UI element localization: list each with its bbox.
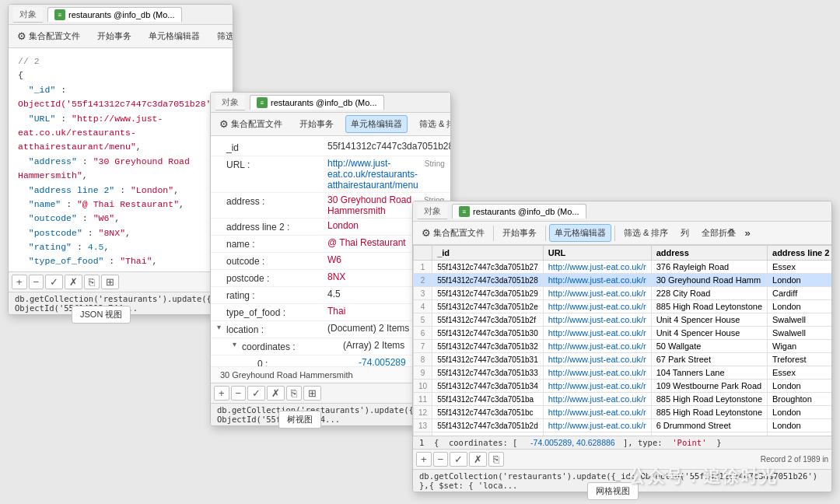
data-grid: _id URL address address line 2 location … (413, 245, 831, 436)
txn-btn-1[interactable]: 开始事务 (92, 27, 137, 45)
row-num: 10 (414, 380, 432, 393)
expand-btn-2[interactable]: ⊞ (303, 386, 321, 401)
cell-id: 55f14312c7447c3da7051b2e (432, 300, 544, 313)
tab-restaurants-3[interactable]: ≡ restaurants @info_db (Mo... (452, 204, 586, 219)
table-row[interactable]: 12 55f14312c7447c3da7051bc http://www.ju… (414, 406, 832, 419)
cell-url: http://www.just-eat.co.uk/r (543, 366, 651, 380)
table-row[interactable]: 11 55f14312c7447c3da7051ba http://www.ju… (414, 393, 832, 406)
field-row-url: URL : http://www.just-eat.co.uk/restaura… (211, 156, 450, 193)
table-row[interactable]: 1 55f14312c7447c3da7051b27 http://www.ju… (414, 261, 832, 274)
minus-btn-1[interactable]: − (29, 275, 44, 289)
cell-line2: London (768, 274, 831, 287)
x-btn-3[interactable]: ✗ (469, 452, 487, 467)
tree-titlebar: 对象 ≡ restaurants @info_db (Mo... (211, 93, 450, 113)
grid-content[interactable]: _id URL address address line 2 location … (413, 245, 831, 436)
coord-status: -74.005289, 40.628886 (530, 438, 615, 447)
json-postcode-line: "postcode" : "8NX", (18, 226, 223, 240)
tab-object-2[interactable]: 对象 (215, 95, 245, 110)
tree-status-code: db.getCollection('restaurants').update({… (217, 405, 444, 424)
x-btn-1[interactable]: ✗ (65, 275, 82, 289)
tree-view-label: 树视图 (278, 411, 321, 429)
check-btn-3[interactable]: ✓ (450, 452, 467, 467)
cell-id: 55f14312c7447c3da7051b34 (432, 380, 544, 393)
col-header-id[interactable]: _id (432, 246, 544, 261)
json-address2-line: "address line 2" : "London", (18, 184, 223, 198)
table-row[interactable]: 2 55f14312c7447c3da7051b28 http://www.ju… (414, 274, 832, 287)
col-header-address2[interactable]: address line 2 (768, 246, 831, 261)
txn-btn-2[interactable]: 开始事务 (294, 115, 339, 133)
copy-btn-1[interactable]: ⎘ (84, 275, 100, 289)
row-num: 12 (414, 406, 432, 419)
cell-url: http://www.just-eat.co.uk/r (543, 313, 651, 327)
table-row[interactable]: 13 55f14312c7447c3da7051b2d http://www.j… (414, 419, 832, 432)
grid-statusbar: 1 { coordinates: [ -74.005289, 40.628886… (413, 436, 831, 449)
cell-btn-3[interactable]: 单元格编辑器 (549, 224, 611, 242)
table-row[interactable]: 10 55f14312c7447c3da7051b34 http://www.j… (414, 380, 832, 393)
expand-btn-1[interactable]: ⊞ (101, 275, 119, 289)
cell-address: Unit 4 Spencer House (651, 313, 767, 327)
db-tab-label-3: restaurants @info_db (Mo... (473, 207, 579, 216)
minus-btn-3[interactable]: − (433, 452, 449, 467)
row-num: 4 (414, 300, 432, 313)
tab-object-3[interactable]: 对象 (418, 204, 447, 219)
add-btn-1[interactable]: + (12, 275, 27, 289)
add-btn-2[interactable]: + (214, 386, 229, 401)
cell-url: http://www.just-eat.co.uk/r (543, 393, 651, 406)
copy-btn-3[interactable]: ⎘ (488, 452, 504, 467)
cell-id: 55f14312c7447c3da7051b2d (432, 419, 544, 432)
json-view-label: JSON 视图 (72, 306, 131, 324)
table-row[interactable]: 5 55f14312c7447c3da7051b2f http://www.ju… (414, 313, 832, 327)
minus-btn-2[interactable]: − (231, 386, 247, 401)
cell-id: 55f14312c7447c3da7051b30 (432, 327, 544, 340)
cell-id: 55f14312c7447c3da7051b29 (432, 287, 544, 300)
tab-object-1[interactable]: 对象 (13, 7, 43, 23)
config-btn-2[interactable]: ⚙ 集合配置文件 (214, 115, 288, 133)
config-icon-1: ⚙ (17, 30, 26, 42)
watermark: 公众号：追徐时光 (628, 465, 778, 488)
cell-url: http://www.just-eat.co.uk/r (543, 274, 651, 287)
config-icon-2: ⚙ (219, 118, 229, 130)
cell-line2: Swalwell (768, 313, 831, 327)
table-row[interactable]: 3 55f14312c7447c3da7051b29 http://www.ju… (414, 287, 832, 300)
json-id-line: "_id" : ObjectId('55f141312c7447c3da7051… (18, 83, 223, 112)
json-window-titlebar: 对象 ≡ restaurants @info_db (Mo... (9, 5, 233, 25)
tab-restaurants-1[interactable]: ≡ restaurants @info_db (Mo... (47, 7, 182, 22)
filter-btn-3[interactable]: 筛选 & 排序 (618, 224, 674, 242)
cell-line2: Swalwell (768, 327, 831, 340)
txn-btn-3[interactable]: 开始事务 (497, 224, 542, 242)
cell-btn-2[interactable]: 单元格编辑器 (345, 115, 408, 133)
col-header-address[interactable]: address (651, 246, 767, 261)
row-num: 6 (414, 327, 432, 340)
filter-btn-2[interactable]: 筛选 & 排序 (414, 115, 451, 133)
col-btn[interactable]: 列 (675, 224, 695, 242)
check-btn-1[interactable]: ✓ (45, 275, 63, 289)
col-header-url[interactable]: URL (543, 246, 651, 261)
collapse-btn[interactable]: 全部折叠 (696, 224, 741, 242)
copy-btn-2[interactable]: ⎘ (286, 386, 302, 401)
x-btn-2[interactable]: ✗ (267, 386, 285, 401)
table-row[interactable]: 9 55f14312c7447c3da7051b33 http://www.ju… (414, 366, 832, 380)
config-btn-3[interactable]: ⚙ 集合配置文件 (416, 224, 490, 242)
filter-btn-1[interactable]: 筛选 & 排序 (212, 27, 233, 45)
check-btn-2[interactable]: ✓ (247, 386, 265, 401)
add-btn-3[interactable]: + (416, 452, 432, 467)
tab-restaurants-2[interactable]: ≡ restaurants @info_db (Mo... (250, 95, 384, 110)
config-btn-1[interactable]: ⚙ 集合配置文件 (12, 27, 86, 45)
json-window: 对象 ≡ restaurants @info_db (Mo... ⚙ 集合配置文… (8, 4, 233, 315)
cell-id: 55f14312c7447c3da7051ba (432, 393, 544, 406)
cell-btn-1[interactable]: 单元格编辑器 (143, 27, 205, 45)
table-row[interactable]: 6 55f14312c7447c3da7051b30 http://www.ju… (414, 327, 832, 340)
cell-url: http://www.just-eat.co.uk/r (543, 261, 651, 274)
more-btn-3[interactable]: » (743, 226, 751, 240)
table-row[interactable]: 8 55f14312c7447c3da7051b31 http://www.ju… (414, 353, 832, 366)
cell-address: 50 Wallgate (651, 340, 767, 353)
cell-url: http://www.just-eat.co.uk/r (543, 419, 651, 432)
config-icon-3: ⚙ (422, 227, 431, 239)
grid-titlebar: 对象 ≡ restaurants @info_db (Mo... (413, 201, 831, 222)
table-row[interactable]: 7 55f14312c7447c3da7051b32 http://www.ju… (414, 340, 832, 353)
table-row[interactable]: 4 55f14312c7447c3da7051b2e http://www.ju… (414, 300, 832, 313)
cell-id: 55f14312c7447c3da7051b2f (432, 313, 544, 327)
cell-url: http://www.just-eat.co.uk/r (543, 300, 651, 313)
json-rating-line: "rating" : 4.5, (18, 240, 223, 254)
row-num: 2 (414, 274, 432, 287)
